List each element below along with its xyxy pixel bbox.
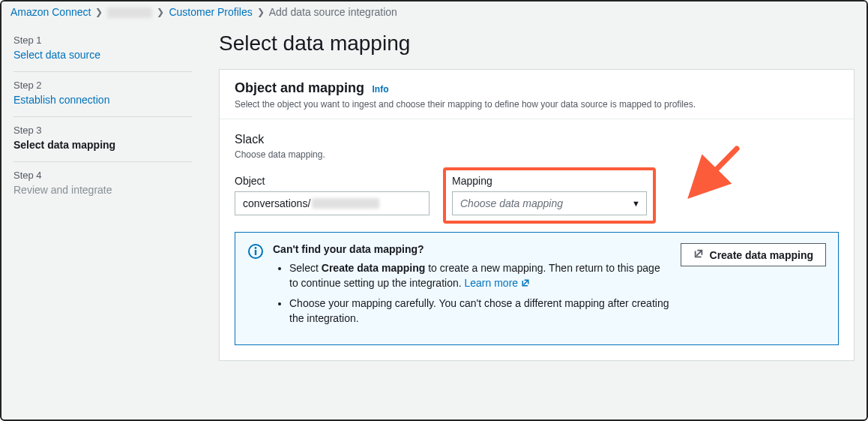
- step-label: Step 4: [13, 170, 192, 181]
- step-label: Step 1: [13, 35, 192, 46]
- create-button-label: Create data mapping: [710, 249, 813, 261]
- mapping-placeholder: Choose data mapping: [460, 197, 563, 209]
- step-title: Select data mapping: [13, 139, 192, 151]
- step-label: Step 2: [13, 80, 192, 91]
- alert-title: Can't find your data mapping?: [273, 243, 424, 255]
- info-link[interactable]: Info: [372, 84, 388, 95]
- object-label: Object: [235, 175, 430, 187]
- object-mapping-panel: Object and mapping Info Select the objec…: [219, 69, 855, 360]
- svg-point-2: [255, 247, 257, 249]
- page-title: Select data mapping: [219, 32, 855, 56]
- breadcrumb-current: Add data source integration: [269, 6, 397, 18]
- svg-rect-3: [255, 250, 256, 255]
- step-4: Step 4 Review and integrate: [13, 162, 192, 206]
- breadcrumb: Amazon Connect ❯ ❯ Customer Profiles ❯ A…: [1, 2, 867, 23]
- step-title: Select data source: [13, 49, 192, 61]
- step-3: Step 3 Select data mapping: [13, 117, 192, 162]
- chevron-right-icon: ❯: [157, 7, 164, 17]
- object-input[interactable]: conversations/: [235, 191, 430, 215]
- step-2[interactable]: Step 2 Establish connection: [13, 72, 192, 117]
- caret-down-icon: ▼: [632, 199, 640, 208]
- external-link-icon: [693, 248, 704, 261]
- wizard-sidebar: Step 1 Select data source Step 2 Establi…: [1, 27, 204, 375]
- section-subtitle: Choose data mapping.: [235, 149, 839, 160]
- panel-heading: Object and mapping: [235, 80, 364, 95]
- step-title: Review and integrate: [13, 184, 192, 196]
- step-title: Establish connection: [13, 94, 192, 106]
- breadcrumb-root[interactable]: Amazon Connect: [10, 6, 91, 18]
- alert-item-2: Choose your mapping carefully. You can't…: [289, 296, 672, 326]
- breadcrumb-customer-profiles[interactable]: Customer Profiles: [169, 6, 252, 18]
- object-value-prefix: conversations/: [243, 197, 310, 209]
- chevron-right-icon: ❯: [257, 7, 265, 17]
- alert-item-1: Select Create data mapping to create a n…: [289, 261, 672, 290]
- external-link-icon: [521, 276, 530, 291]
- panel-description: Select the object you want to ingest and…: [235, 99, 839, 110]
- section-title: Slack: [235, 133, 839, 146]
- learn-more-link[interactable]: Learn more: [465, 277, 530, 289]
- create-data-mapping-button[interactable]: Create data mapping: [681, 243, 826, 266]
- info-alert: Can't find your data mapping? Select Cre…: [235, 232, 839, 344]
- breadcrumb-instance[interactable]: [107, 6, 152, 18]
- step-label: Step 3: [13, 125, 192, 136]
- mapping-select[interactable]: Choose data mapping ▼: [452, 191, 647, 215]
- chevron-right-icon: ❯: [95, 7, 103, 17]
- redacted-text: [312, 198, 379, 209]
- mapping-label: Mapping: [452, 175, 647, 187]
- step-1[interactable]: Step 1 Select data source: [13, 27, 192, 72]
- info-icon: [247, 243, 264, 263]
